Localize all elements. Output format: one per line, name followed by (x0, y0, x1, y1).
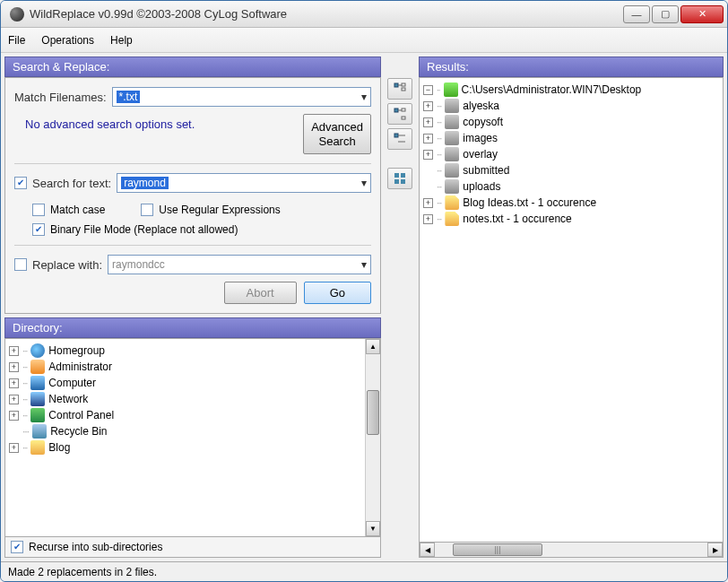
tree-item[interactable]: +···Network (9, 391, 377, 407)
tree-item[interactable]: +···Administrator (9, 359, 377, 375)
search-for-text-value: raymond (121, 177, 169, 189)
minimize-button[interactable]: — (623, 5, 650, 23)
recurse-checkbox[interactable] (11, 541, 23, 553)
horizontal-scrollbar[interactable]: ◀ ||| ▶ (419, 543, 724, 558)
expand-icon[interactable]: + (423, 117, 433, 127)
expand-icon[interactable]: + (9, 411, 19, 421)
expand-icon[interactable]: + (9, 346, 19, 356)
grid-view-button[interactable] (387, 168, 412, 189)
tree-label: Homegroup (48, 344, 105, 357)
menu-operations[interactable]: Operations (41, 34, 94, 47)
match-filenames-label: Match Filenames: (14, 91, 107, 104)
expand-icon[interactable]: + (9, 362, 19, 372)
menu-file[interactable]: File (8, 34, 25, 47)
replace-with-checkbox[interactable] (14, 258, 27, 271)
svg-rect-12 (401, 173, 405, 178)
tree-item[interactable]: +···Homegroup (9, 343, 377, 359)
tree-item[interactable]: +···overlay (423, 146, 719, 162)
expand-icon[interactable]: + (423, 134, 433, 143)
tree-item[interactable]: +···Blog (9, 439, 377, 456)
replace-with-value: raymondcc (112, 258, 165, 271)
regex-checkbox[interactable] (141, 204, 153, 216)
tree-view-1-button[interactable] (387, 78, 412, 100)
match-filenames-combo[interactable]: *.txt (112, 87, 371, 107)
svg-rect-8 (394, 134, 398, 137)
search-replace-panel: Search & Replace: Match Filenames: *.txt… (4, 56, 381, 314)
abort-button[interactable]: Abort (224, 282, 297, 304)
file-icon (445, 212, 459, 226)
svg-rect-4 (394, 109, 398, 112)
scroll-up-icon[interactable]: ▲ (366, 339, 380, 354)
homegroup-icon (30, 343, 45, 358)
vertical-scrollbar[interactable]: ▲ ▼ (365, 339, 380, 536)
svg-rect-6 (402, 109, 405, 111)
recurse-label: Recurse into sub-directories (29, 541, 162, 553)
folder-open-icon (444, 83, 458, 97)
search-text-row: Search for text: raymond (14, 173, 371, 193)
tree-item[interactable]: +···Computer (9, 375, 377, 391)
search-body: Match Filenames: *.txt No advanced searc… (4, 77, 381, 314)
tree-label: uploads (463, 180, 500, 193)
toolbar-column (385, 56, 415, 558)
folder-icon (30, 440, 45, 455)
control-panel-icon (30, 408, 45, 422)
tree-item[interactable]: +···Blog Ideas.txt - 1 occurence (423, 195, 719, 211)
directory-panel: Directory: +···Homegroup +···Administrat… (4, 317, 381, 558)
go-button[interactable]: Go (304, 282, 371, 304)
search-for-text-combo[interactable]: raymond (117, 173, 371, 193)
tree-item[interactable]: ···submitted (423, 162, 719, 178)
match-case-checkbox[interactable] (32, 204, 45, 216)
tree-item[interactable]: +···alyeska (423, 98, 719, 114)
scroll-right-icon[interactable]: ▶ (707, 543, 723, 557)
left-column: Search & Replace: Match Filenames: *.txt… (4, 56, 381, 558)
tree-item[interactable]: ···uploads (423, 178, 719, 195)
match-filenames-value: *.txt (117, 91, 141, 103)
search-options: Match case Use Regular Expressions (32, 200, 371, 220)
expand-icon[interactable]: + (423, 214, 433, 224)
scroll-left-icon[interactable]: ◀ (420, 543, 435, 557)
user-icon (30, 360, 45, 374)
expand-icon[interactable]: + (9, 378, 19, 388)
directory-tree[interactable]: +···Homegroup +···Administrator +···Comp… (4, 338, 381, 537)
expand-icon[interactable]: + (9, 395, 19, 404)
expand-icon[interactable]: + (423, 101, 433, 111)
expand-icon[interactable]: + (423, 150, 433, 160)
right-column: Results: −·· C:\Users\Administrator.WIN7… (419, 56, 724, 558)
directory-header: Directory: (4, 317, 381, 338)
maximize-button[interactable]: ▢ (652, 5, 679, 23)
tree-label: Control Panel (48, 409, 114, 421)
expand-icon[interactable]: + (423, 198, 433, 208)
tree-item[interactable]: +···images (423, 130, 719, 146)
tree-item-root[interactable]: −·· C:\Users\Administrator.WIN7\Desktop (423, 82, 719, 98)
regex-row: Use Regular Expressions (141, 204, 280, 216)
collapse-icon[interactable]: − (423, 85, 433, 95)
recurse-row: Recurse into sub-directories (4, 537, 381, 558)
search-for-text-checkbox[interactable] (14, 177, 27, 189)
tree-item[interactable]: +···Control Panel (9, 407, 377, 423)
tree-label: C:\Users\Administrator.WIN7\Desktop (462, 83, 642, 96)
menu-help[interactable]: Help (110, 34, 133, 47)
scroll-thumb[interactable] (367, 390, 379, 435)
binary-mode-checkbox[interactable] (32, 223, 45, 236)
folder-icon (445, 99, 459, 113)
tree-label: submitted (463, 164, 509, 177)
tree-item[interactable]: ····Recycle Bin (9, 423, 377, 439)
match-case-label: Match case (50, 204, 105, 216)
tree-view-2-button[interactable] (387, 103, 412, 125)
results-tree[interactable]: −·· C:\Users\Administrator.WIN7\Desktop … (419, 77, 724, 543)
tree-label: overlay (463, 148, 498, 161)
tree-label: alyeska (463, 100, 499, 112)
expand-icon[interactable]: + (9, 443, 19, 453)
recycle-bin-icon (32, 424, 47, 439)
tree-view-3-button[interactable] (387, 128, 412, 150)
advanced-search-button[interactable]: Advanced Search (303, 114, 371, 154)
replace-with-combo[interactable]: raymondcc (108, 255, 371, 274)
tree-item[interactable]: +···notes.txt - 1 occurence (423, 211, 719, 227)
scroll-thumb[interactable]: ||| (453, 543, 542, 556)
tree-item[interactable]: +···copysoft (423, 114, 719, 130)
close-button[interactable]: ✕ (680, 5, 724, 23)
folder-icon (445, 163, 459, 178)
results-header: Results: (419, 56, 724, 77)
tree-label: Administrator (48, 360, 112, 373)
scroll-down-icon[interactable]: ▼ (366, 521, 380, 536)
